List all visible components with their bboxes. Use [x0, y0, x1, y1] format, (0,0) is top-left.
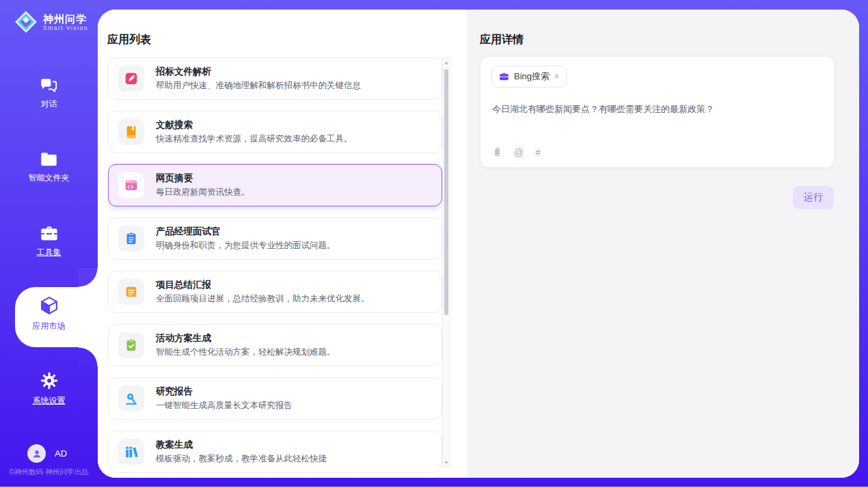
user-account[interactable]: AD	[27, 444, 67, 463]
folder-icon	[40, 151, 58, 167]
briefcase-icon	[499, 72, 509, 81]
sidebar-item-settings[interactable]: 系统设置	[0, 371, 98, 407]
main-panel: 应用列表 招标文件解析 帮助用户快速、准确地理解和解析招标书中的关键信息 文献搜…	[98, 10, 859, 478]
avatar	[27, 444, 46, 463]
app-card-description: 每日政府新闻资讯快查。	[156, 187, 250, 198]
app-card-title: 活动方案生成	[156, 332, 336, 344]
tool-tag-bing-search[interactable]: Bing搜索 ×	[491, 66, 567, 87]
bubble-curve-bottom	[79, 347, 98, 366]
sidebar-item-chat[interactable]: 对话	[0, 77, 98, 110]
app-card-description: 帮助用户快速、准确地理解和解析招标书中的关键信息	[156, 80, 361, 92]
scroll-down-icon[interactable]: ▼	[443, 460, 450, 465]
gear-icon	[40, 371, 59, 390]
logo: 神州问学 Smart Vision	[14, 10, 88, 34]
tool-tag-label: Bing搜索	[514, 70, 550, 83]
clipboard-check-icon	[124, 338, 139, 353]
book-icon	[124, 124, 139, 139]
app-card-title: 教案生成	[156, 439, 327, 451]
toolbox-icon	[40, 225, 59, 242]
app-card[interactable]: 网页摘要 每日政府新闻资讯快查。	[108, 164, 442, 206]
sidebar-item-app-market[interactable]: 应用市场	[0, 295, 98, 332]
query-text[interactable]: 今日湖北有哪些新闻要点？有哪些需要关注的最新政策？	[492, 103, 820, 116]
app-detail-panel: 应用详情 Bing搜索 × 今日湖北有哪些新闻要点？有哪些需要关注的最新政策？	[467, 10, 859, 478]
scrollbar-thumb[interactable]	[444, 69, 448, 315]
app-card-list: 招标文件解析 帮助用户快速、准确地理解和解析招标书中的关键信息 文献搜索 快速精…	[108, 57, 442, 478]
clipboard-icon	[124, 231, 139, 246]
app-card-description: 快速精准查找学术资源，提高研究效率的必备工具。	[156, 133, 353, 145]
scrollbar[interactable]: ▲ ▼	[442, 57, 450, 467]
app-card-description: 一键智能生成高质量长文本研究报告	[156, 400, 293, 411]
note-icon	[124, 284, 139, 299]
logo-title: 神州问学	[43, 13, 88, 25]
app-card-title: 文献搜索	[156, 119, 353, 131]
run-button[interactable]: 运行	[793, 186, 834, 209]
app-card[interactable]: 招标文件解析 帮助用户快速、准确地理解和解析招标书中的关键信息	[108, 57, 442, 100]
hash-icon[interactable]: #	[535, 147, 541, 158]
sidebar-item-label: 对话	[41, 98, 57, 110]
microscope-icon	[124, 391, 139, 406]
app-card-title: 招标文件解析	[156, 66, 361, 78]
logo-subtitle: Smart Vision	[43, 25, 88, 31]
app-card[interactable]: 项目总结汇报 全面回顾项目进展，总结经验教训，助力未来优化发展。	[108, 271, 442, 313]
sidebar-item-label: 工具集	[37, 247, 62, 258]
app-card[interactable]: 教案生成 模板驱动，教案秒成，教学准备从此轻松快捷	[108, 431, 442, 473]
browser-icon	[124, 178, 139, 193]
chat-icon	[40, 77, 58, 94]
query-input-card[interactable]: Bing搜索 × 今日湖北有哪些新闻要点？有哪些需要关注的最新政策？ @ #	[480, 56, 835, 168]
scroll-up-icon[interactable]: ▲	[443, 60, 450, 65]
sidebar-item-label: 应用市场	[33, 321, 66, 332]
sidebar: 神州问学 Smart Vision 对话 智能文件夹	[0, 0, 98, 488]
app-card[interactable]: 产品经理面试官 明确身份和职责，为您提供专业性的面试问题。	[108, 217, 442, 260]
app-card-description: 模板驱动，教案秒成，教学准备从此轻松快捷	[156, 453, 327, 465]
sidebar-item-toolset[interactable]: 工具集	[0, 225, 98, 258]
books-icon	[124, 444, 139, 459]
bubble-curve-top	[79, 268, 98, 287]
app-card-title: 项目总结汇报	[156, 279, 370, 291]
app-card[interactable]: 活动方案生成 智能生成个性化活动方案，轻松解决规划难题。	[108, 324, 442, 366]
app-detail-title: 应用详情	[480, 33, 524, 47]
sidebar-item-label: 系统设置	[33, 395, 66, 407]
app-card-title: 网页摘要	[156, 172, 250, 185]
sidebar-item-label: 智能文件夹	[29, 172, 70, 184]
app-card-description: 明确身份和职责，为您提供专业性的面试问题。	[156, 240, 336, 252]
cube-icon	[39, 295, 59, 316]
app-card-title: 研究报告	[156, 385, 293, 398]
app-card-description: 全面回顾项目进展，总结经验教训，助力未来优化发展。	[156, 293, 370, 305]
user-name: AD	[55, 448, 67, 459]
input-toolbar: @ #	[492, 146, 541, 158]
close-icon[interactable]: ×	[554, 72, 559, 81]
pen-icon	[124, 71, 139, 86]
app-card-title: 产品经理面试官	[156, 226, 336, 238]
copyright-text: ©神州数码·神州问学出品	[0, 467, 98, 477]
app-card[interactable]: 研究报告 一键智能生成高质量长文本研究报告	[108, 377, 442, 420]
app-list-title: 应用列表	[107, 33, 151, 47]
app-card[interactable]: 文献搜索 快速精准查找学术资源，提高研究效率的必备工具。	[108, 111, 442, 153]
attachment-icon[interactable]	[492, 146, 502, 158]
app-card-description: 智能生成个性化活动方案，轻松解决规划难题。	[156, 347, 336, 358]
logo-diamond-icon	[14, 10, 38, 34]
mention-icon[interactable]: @	[514, 147, 524, 158]
app-list-panel: 应用列表 招标文件解析 帮助用户快速、准确地理解和解析招标书中的关键信息 文献搜…	[98, 10, 467, 478]
sidebar-item-smart-folder[interactable]: 智能文件夹	[0, 151, 98, 184]
